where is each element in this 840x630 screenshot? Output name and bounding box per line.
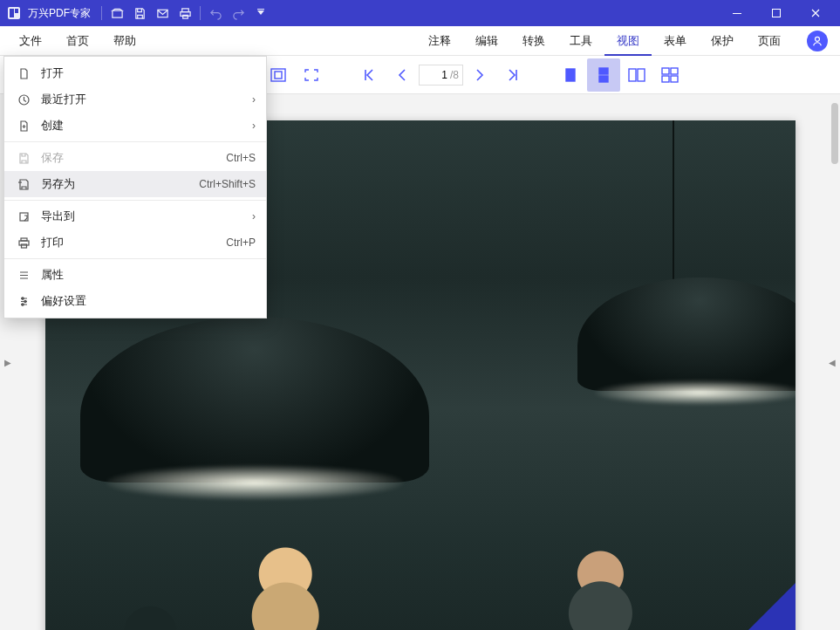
qat-redo-button[interactable] — [227, 1, 249, 25]
tab-forms[interactable]: 表单 — [652, 26, 699, 56]
fullscreen-button[interactable] — [295, 58, 328, 92]
first-page-button[interactable] — [352, 58, 386, 92]
page-indicator[interactable]: /8 — [419, 65, 463, 86]
svg-rect-20 — [662, 68, 669, 74]
tab-pages[interactable]: 页面 — [746, 26, 793, 56]
window-minimize-button[interactable] — [717, 0, 756, 26]
title-bar: 万兴PDF专家 — [0, 0, 840, 26]
menu-separator — [4, 141, 266, 142]
app-logo-icon — [5, 4, 23, 22]
chevron-right-icon: › — [252, 93, 256, 106]
two-page-button[interactable] — [620, 58, 653, 92]
svg-rect-9 — [772, 10, 780, 17]
menu-item-shortcut: Ctrl+P — [226, 236, 256, 249]
chevron-left-icon: ◀ — [829, 358, 836, 367]
menu-item-create[interactable]: 创建 › — [4, 113, 266, 139]
chevron-right-icon: ▶ — [4, 358, 11, 367]
vertical-scrollbar[interactable] — [831, 103, 838, 164]
menu-item-open[interactable]: 打开 — [4, 60, 266, 86]
menu-item-label: 导出到 — [41, 209, 75, 224]
file-menu-dropdown: 打开 最近打开 › 创建 › 保存 Ctrl+S 另存为 Ctrl+Shift+… — [3, 56, 267, 318]
tab-tools[interactable]: 工具 — [557, 26, 604, 56]
clock-icon — [15, 93, 32, 106]
svg-rect-21 — [671, 68, 678, 74]
page-corner-fold — [734, 583, 796, 630]
svg-rect-2 — [15, 9, 18, 13]
prev-page-button[interactable] — [386, 58, 419, 92]
menu-item-shortcut: Ctrl+Shift+S — [199, 178, 256, 190]
menu-item-properties[interactable]: 属性 — [4, 262, 266, 288]
page-current-input[interactable] — [423, 69, 447, 81]
menu-home[interactable]: 首页 — [54, 26, 101, 56]
menu-item-label: 偏好设置 — [41, 293, 86, 309]
svg-rect-6 — [182, 15, 188, 18]
window-close-button[interactable] — [796, 0, 835, 26]
settings-icon — [15, 295, 32, 308]
svg-rect-18 — [629, 69, 636, 81]
svg-rect-1 — [10, 9, 14, 17]
menu-item-label: 保存 — [41, 150, 64, 166]
svg-point-30 — [24, 300, 25, 302]
export-icon — [15, 210, 32, 223]
menu-item-label: 属性 — [41, 267, 64, 283]
svg-rect-15 — [566, 69, 575, 81]
save-as-icon — [15, 178, 32, 191]
menu-item-shortcut: Ctrl+S — [226, 152, 256, 164]
next-page-button[interactable] — [463, 58, 496, 92]
menu-item-recent[interactable]: 最近打开 › — [4, 86, 266, 113]
svg-point-31 — [21, 303, 23, 305]
tab-edit[interactable]: 编辑 — [463, 26, 510, 56]
account-avatar-button[interactable] — [807, 31, 828, 51]
svg-rect-7 — [257, 9, 264, 10]
svg-rect-13 — [271, 69, 285, 81]
qat-email-button[interactable] — [151, 1, 174, 25]
chevron-right-icon: › — [252, 210, 256, 223]
tab-convert[interactable]: 转换 — [510, 26, 557, 56]
menu-help[interactable]: 帮助 — [101, 26, 148, 56]
chevron-right-icon: › — [252, 120, 256, 132]
svg-rect-8 — [733, 13, 741, 14]
menu-item-export[interactable]: 导出到 › — [4, 203, 266, 229]
svg-rect-14 — [275, 72, 282, 79]
page-total: /8 — [447, 69, 459, 81]
menu-item-print[interactable]: 打印 Ctrl+P — [4, 229, 266, 256]
menu-item-label: 打开 — [41, 65, 64, 81]
tab-view[interactable]: 视图 — [604, 26, 652, 56]
tab-annotate[interactable]: 注释 — [416, 26, 463, 56]
menu-item-label: 打印 — [41, 235, 64, 250]
image-region — [45, 504, 796, 630]
tab-protect[interactable]: 保护 — [699, 26, 746, 56]
print-icon — [15, 236, 32, 250]
menu-item-label: 另存为 — [41, 176, 75, 192]
separator — [101, 6, 102, 20]
qat-undo-button[interactable] — [204, 1, 227, 25]
menu-item-label: 创建 — [41, 118, 64, 134]
new-file-icon — [15, 120, 32, 133]
menu-separator — [4, 258, 266, 259]
svg-rect-19 — [638, 69, 645, 81]
menu-separator — [4, 200, 266, 201]
menu-item-save-as[interactable]: 另存为 Ctrl+Shift+S — [4, 171, 266, 197]
qat-save-button[interactable] — [128, 1, 151, 25]
single-page-button[interactable] — [554, 58, 587, 92]
save-icon — [15, 152, 32, 165]
svg-rect-22 — [662, 76, 669, 82]
svg-rect-16 — [599, 68, 608, 74]
menu-item-label: 最近打开 — [41, 92, 86, 107]
svg-point-10 — [816, 37, 820, 41]
right-panel-toggle[interactable]: ◀ — [824, 94, 840, 630]
qat-open-button[interactable] — [106, 1, 128, 25]
svg-rect-17 — [599, 76, 608, 82]
menu-bar: 文件 首页 帮助 注释 编辑 转换 工具 视图 表单 保护 页面 — [0, 26, 840, 56]
app-title: 万兴PDF专家 — [28, 6, 91, 21]
last-page-button[interactable] — [496, 58, 529, 92]
menu-file[interactable]: 文件 — [7, 26, 54, 56]
continuous-page-button[interactable] — [587, 58, 620, 92]
two-page-continuous-button[interactable] — [653, 58, 686, 92]
file-icon — [15, 67, 32, 80]
menu-item-preferences[interactable]: 偏好设置 — [4, 288, 266, 314]
qat-customize-button[interactable] — [249, 1, 272, 25]
qat-print-button[interactable] — [174, 1, 196, 25]
window-maximize-button[interactable] — [756, 0, 796, 26]
properties-icon — [15, 269, 32, 282]
